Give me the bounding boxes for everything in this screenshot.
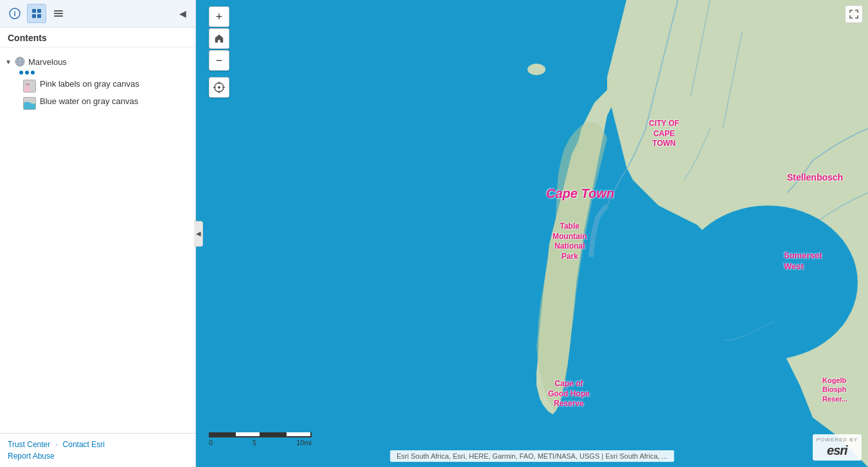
svg-text:Aa: Aa xyxy=(26,82,30,86)
svg-rect-6 xyxy=(54,10,63,12)
svg-rect-7 xyxy=(54,13,63,14)
globe-icon xyxy=(14,56,26,67)
report-abuse-link[interactable]: Report Abuse xyxy=(8,452,188,461)
expand-triangle: ▼ xyxy=(5,58,12,66)
svg-text:i: i xyxy=(13,10,15,17)
svg-point-29 xyxy=(218,86,220,89)
map-area[interactable]: Cape Town CITY OFCAPETOWN TableMountainN… xyxy=(196,0,868,467)
scale-label-10: 10mi xyxy=(296,439,312,446)
zoom-out-button[interactable]: − xyxy=(209,50,229,71)
tab-info[interactable]: i xyxy=(5,4,24,23)
layer-dots-row xyxy=(0,69,195,77)
scale-seg-3 xyxy=(261,432,287,436)
footer-links: Trust Center · Contact Esri xyxy=(8,440,188,449)
svg-point-23 xyxy=(527,64,545,75)
sidebar: i ◀ Contents ▼ xyxy=(0,0,196,467)
scale-seg-4 xyxy=(287,432,311,436)
layer-label-blue: Blue water on gray canvas xyxy=(40,96,138,107)
dot-3 xyxy=(31,71,35,75)
esri-text: esri xyxy=(827,443,847,458)
collapse-button[interactable]: ◀ xyxy=(175,6,190,21)
layer-item-blue-water[interactable]: Blue water on gray canvas xyxy=(0,94,195,112)
dot-1 xyxy=(19,71,23,75)
scale-label-5: 5 xyxy=(252,439,256,446)
locate-icon xyxy=(213,82,225,93)
collapse-arrow-icon: ◀ xyxy=(196,230,201,237)
sidebar-footer: Trust Center · Contact Esri Report Abuse xyxy=(0,433,195,467)
attribution-text: Esri South Africa, Esri, HERE, Garmin, F… xyxy=(396,452,668,460)
layer-group-marvelous: ▼ Marvelous xyxy=(0,53,195,113)
home-button[interactable] xyxy=(209,28,229,49)
trust-center-link[interactable]: Trust Center xyxy=(8,440,50,449)
layer-thumbnail-blue xyxy=(23,97,36,110)
attribution-bar: Esri South Africa, Esri, HERE, Garmin, F… xyxy=(390,450,674,462)
map-background xyxy=(196,0,868,467)
info-icon: i xyxy=(9,8,21,19)
svg-rect-8 xyxy=(54,15,63,17)
scale-seg-2 xyxy=(236,432,261,436)
scale-seg-1 xyxy=(210,432,236,436)
zoom-in-button[interactable]: + xyxy=(209,6,229,27)
layer-label-pink: Pink labels on gray canvas xyxy=(40,79,139,90)
scale-line xyxy=(209,432,312,437)
expand-icon xyxy=(849,10,858,19)
svg-rect-2 xyxy=(32,9,36,13)
layer-item-pink-labels[interactable]: Aa Pink labels on gray canvas xyxy=(0,77,195,94)
home-icon xyxy=(214,33,224,44)
layer-thumbnail-pink: Aa xyxy=(23,80,36,93)
scale-label-0: 0 xyxy=(209,439,213,446)
tab-layers[interactable] xyxy=(27,4,46,23)
svg-point-27 xyxy=(678,206,858,360)
layer-group-header[interactable]: ▼ Marvelous xyxy=(0,54,195,69)
esri-logo: POWERED BY esri xyxy=(813,434,862,461)
footer-separator: · xyxy=(55,440,57,449)
layer-list: ▼ Marvelous xyxy=(0,48,195,433)
expand-button[interactable] xyxy=(845,5,863,23)
layer-group-name: Marvelous xyxy=(28,57,67,67)
svg-rect-5 xyxy=(37,14,41,18)
scale-bar: 0 5 10mi xyxy=(209,432,312,446)
layers-icon xyxy=(31,8,42,19)
sidebar-collapse-arrow[interactable]: ◀ xyxy=(194,221,203,247)
svg-rect-4 xyxy=(32,14,36,18)
locate-button[interactable] xyxy=(209,77,229,98)
sidebar-header: i ◀ xyxy=(0,0,195,28)
dot-2 xyxy=(25,71,29,75)
svg-rect-15 xyxy=(24,87,30,93)
contact-esri-link[interactable]: Contact Esri xyxy=(63,440,105,449)
powered-by-text: POWERED BY xyxy=(817,437,858,443)
scale-labels: 0 5 10mi xyxy=(209,439,312,446)
contents-title: Contents xyxy=(0,28,195,48)
tab-list[interactable] xyxy=(49,4,68,23)
list-icon xyxy=(53,8,64,19)
svg-rect-3 xyxy=(37,9,41,13)
map-controls: + − xyxy=(209,6,229,98)
